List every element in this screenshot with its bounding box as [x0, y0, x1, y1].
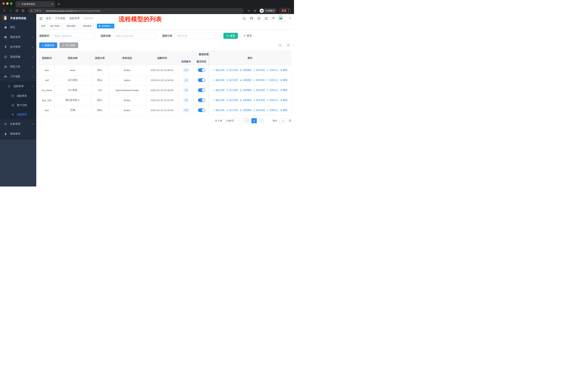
- sidebar-item-leave-query[interactable]: 请假查询: [0, 129, 36, 139]
- action-definition-link[interactable]: 流程定义: [267, 79, 279, 82]
- tag-tenant[interactable]: 租户管理×: [49, 24, 63, 28]
- security-label[interactable]: 不安全: [34, 9, 41, 12]
- cell-form-link[interactable]: biubiu: [109, 105, 146, 115]
- tab-close-icon[interactable]: ✕: [51, 3, 53, 6]
- fullscreen-icon[interactable]: [264, 17, 268, 20]
- breadcrumb-workflow[interactable]: 工作流程: [55, 17, 65, 20]
- browser-menu-icon[interactable]: [288, 9, 289, 12]
- active-toggle[interactable]: [198, 68, 205, 72]
- reset-button[interactable]: 重置: [241, 33, 255, 39]
- search-button[interactable]: 搜索: [223, 33, 238, 39]
- action-delete-link[interactable]: 删除: [280, 69, 287, 72]
- home-icon[interactable]: [21, 8, 26, 13]
- page-1-button[interactable]: 1: [251, 118, 257, 123]
- active-toggle[interactable]: [198, 98, 205, 102]
- sidebar-item-user-group[interactable]: 用户分组: [0, 101, 36, 110]
- browser-tab[interactable]: 芋道管理系统 ✕: [16, 1, 55, 7]
- action-edit-link[interactable]: 修改流程: [213, 89, 225, 92]
- breadcrumb-home[interactable]: 首页: [46, 17, 51, 20]
- sidebar-item-system[interactable]: 系统管理: [0, 32, 36, 42]
- action-definition-link[interactable]: 流程定义: [267, 99, 279, 102]
- active-toggle[interactable]: [198, 78, 205, 82]
- reload-icon[interactable]: [14, 8, 19, 13]
- avatar[interactable]: [279, 15, 285, 22]
- app-logo-row[interactable]: 芋道管理系统: [0, 14, 36, 22]
- sidebar-item-flow-mgmt[interactable]: 流程管理: [0, 81, 36, 91]
- action-publish-link[interactable]: 发布流程: [253, 109, 265, 112]
- sidebar-item-dev[interactable]: 研发工具: [0, 62, 36, 71]
- action-design-link[interactable]: 设计流程: [226, 99, 238, 102]
- cell-name-link[interactable]: eeee: [54, 65, 91, 75]
- page-size-select[interactable]: 10条/页: [224, 118, 242, 123]
- update-chip[interactable]: 更新: [279, 8, 291, 13]
- version-badge[interactable]: v2: [184, 78, 189, 82]
- hide-search-button[interactable]: [277, 42, 283, 48]
- tag-close-icon[interactable]: ×: [93, 25, 94, 27]
- action-design-link[interactable]: 设计流程: [226, 109, 238, 112]
- action-delete-link[interactable]: 删除: [280, 99, 287, 102]
- action-assign-link[interactable]: 分配规则: [240, 99, 252, 102]
- action-publish-link[interactable]: 发布流程: [253, 79, 265, 82]
- action-delete-link[interactable]: 删除: [280, 79, 287, 82]
- window-controls[interactable]: [2, 2, 12, 5]
- tag-close-icon[interactable]: ×: [76, 25, 77, 27]
- bookmark-star-icon[interactable]: [253, 9, 256, 12]
- tag-close-icon[interactable]: ×: [60, 25, 62, 27]
- action-edit-link[interactable]: 修改流程: [213, 109, 225, 112]
- github-icon[interactable]: [250, 17, 253, 20]
- action-assign-link[interactable]: 分配规则: [240, 79, 252, 82]
- filter-category-select[interactable]: 流程分类: [175, 33, 218, 39]
- cell-name-link[interactable]: 测试多审批人: [54, 95, 91, 105]
- action-delete-link[interactable]: 删除: [280, 89, 287, 92]
- action-publish-link[interactable]: 发布流程: [253, 69, 265, 72]
- action-delete-link[interactable]: 删除: [280, 109, 287, 112]
- close-window-button[interactable]: [2, 2, 5, 5]
- create-flow-button[interactable]: + 新建流程: [39, 42, 57, 48]
- passwords-key-icon[interactable]: [247, 9, 251, 12]
- action-design-link[interactable]: 设计流程: [226, 89, 238, 92]
- version-badge[interactable]: v21: [183, 108, 189, 112]
- action-edit-link[interactable]: 修改流程: [213, 79, 225, 82]
- cell-name-link[interactable]: 滔博: [54, 105, 91, 115]
- minimize-window-button[interactable]: [6, 2, 9, 5]
- action-design-link[interactable]: 设计流程: [226, 69, 238, 72]
- goto-page-input[interactable]: [279, 118, 287, 123]
- search-icon[interactable]: [242, 17, 246, 20]
- next-page-button[interactable]: ›: [259, 118, 264, 123]
- sidebar-item-task-mgmt[interactable]: 任务管理: [0, 119, 36, 129]
- filter-name-input[interactable]: [113, 33, 157, 39]
- action-edit-link[interactable]: 修改流程: [213, 99, 225, 102]
- sidebar-item-flow-form[interactable]: 流程表单: [0, 91, 36, 101]
- action-design-link[interactable]: 设计流程: [226, 79, 238, 82]
- sidebar-item-infra[interactable]: 基础设施: [0, 52, 36, 62]
- cell-form-link[interactable]: biubiu: [109, 65, 146, 75]
- url-bar[interactable]: 不安全 dashboard.yudao.iocoder.cn/bpm/manag…: [28, 8, 244, 13]
- back-icon[interactable]: [2, 8, 7, 13]
- avatar-caret-icon[interactable]: [289, 18, 291, 19]
- filter-id-input[interactable]: [52, 33, 95, 39]
- sidebar-item-flow-model[interactable]: 流程模型: [0, 110, 36, 119]
- action-assign-link[interactable]: 分配规则: [240, 69, 252, 72]
- action-publish-link[interactable]: 发布流程: [253, 89, 265, 92]
- active-toggle[interactable]: [198, 88, 205, 92]
- tag-my-flow[interactable]: 我的流程×: [65, 24, 79, 28]
- version-badge[interactable]: v4: [184, 98, 189, 102]
- action-definition-link[interactable]: 流程定义: [267, 89, 279, 92]
- sidebar-item-home[interactable]: 首页: [0, 22, 36, 32]
- action-edit-link[interactable]: 修改流程: [213, 69, 225, 72]
- cell-form-link[interactable]: biubiu: [109, 75, 146, 85]
- tag-flow-model-active[interactable]: 流程模型×: [97, 24, 114, 28]
- import-flow-button[interactable]: 导入流程: [59, 42, 78, 48]
- active-toggle[interactable]: [198, 108, 205, 112]
- cell-form-link[interactable]: biubiu: [109, 95, 146, 105]
- action-assign-link[interactable]: 分配规则: [240, 89, 252, 92]
- sidebar-item-pay[interactable]: ¥ 支付管理: [0, 42, 36, 52]
- forward-icon[interactable]: [8, 8, 13, 13]
- collapse-sidebar-icon[interactable]: [39, 17, 43, 20]
- action-publish-link[interactable]: 发布流程: [253, 99, 265, 102]
- help-icon[interactable]: [257, 17, 261, 20]
- version-badge[interactable]: v5: [184, 88, 189, 92]
- cell-name-link[interactable]: OA 请假: [54, 85, 91, 95]
- sidebar-item-workflow[interactable]: 工作流程: [0, 71, 36, 81]
- update-label[interactable]: 更新: [281, 9, 286, 12]
